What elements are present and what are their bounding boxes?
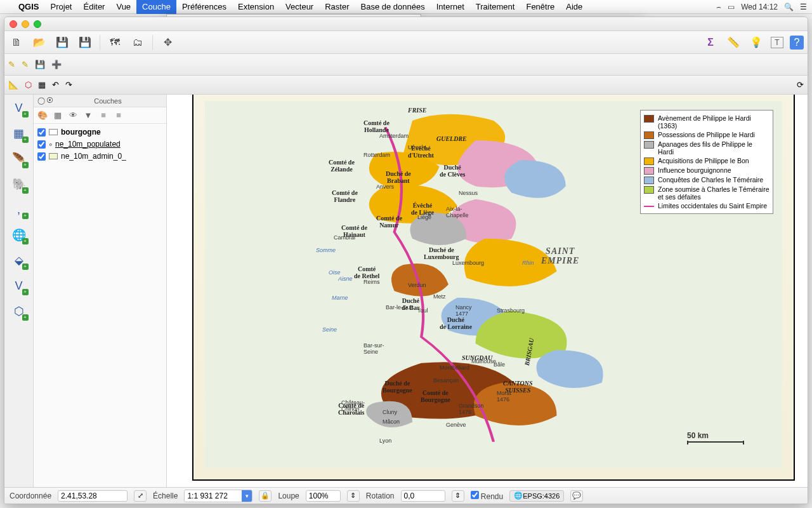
add-postgis-icon[interactable]: 🐘+ <box>10 175 29 194</box>
map-city-label: Besançon <box>433 377 459 384</box>
loupe-stepper-icon[interactable]: ⇕ <box>347 490 360 502</box>
layers-panel-header: ◯⦿ Couches <box>34 95 166 107</box>
map-canvas[interactable]: Avènement de Philippe le Hardi (1363)Pos… <box>167 95 808 487</box>
layer-name: ne_10m_admin_0_ <box>61 152 126 161</box>
layer-name: bourgogne <box>61 128 101 137</box>
window-titlebar <box>4 17 808 31</box>
loupe-label: Loupe <box>278 491 299 500</box>
help-icon[interactable]: ? <box>790 36 804 50</box>
scale-lock-icon[interactable]: 🔒 <box>259 490 272 502</box>
legend-row: Influence bourguignonne <box>644 166 769 175</box>
redo-icon[interactable]: ↷ <box>65 80 72 90</box>
menubar-item-aide[interactable]: Aide <box>560 0 588 14</box>
pan-icon[interactable]: ✥ <box>159 34 176 51</box>
menu-extras-icon[interactable]: ☰ <box>800 3 807 11</box>
menubar-item-extension[interactable]: Extension <box>232 0 280 14</box>
ruler-icon[interactable]: 📐 <box>8 80 18 90</box>
wifi-icon[interactable]: ⌢ <box>716 3 721 11</box>
layer-save-icon[interactable]: 💾 <box>35 60 45 69</box>
refresh-icon[interactable]: ⟳ <box>797 80 804 90</box>
add-wfs-icon[interactable]: ⬙+ <box>10 251 29 270</box>
snap-icon[interactable]: ⬡ <box>25 80 32 90</box>
new-layout-icon[interactable]: 🗺 <box>107 34 123 51</box>
tips-icon[interactable]: 💡 <box>748 34 764 51</box>
layers-panel: ◯⦿ Couches 🎨 ▦ 👁 ▼ ≡ ≡ bourgogne◦ne_10m_… <box>34 95 167 487</box>
panel-close-icon[interactable]: ⦿ <box>46 97 53 105</box>
menubar-item-projet[interactable]: Projet <box>45 0 78 14</box>
sigma-icon[interactable]: Σ <box>702 34 719 51</box>
add-delimited-icon[interactable]: ,+ <box>10 200 29 219</box>
map-city-label: Mâcon <box>383 418 400 425</box>
menubar-item-couche[interactable]: Couche <box>136 0 176 14</box>
scale-combo[interactable]: ▾ <box>184 490 252 502</box>
menubar-item-fenêtre[interactable]: Fenêtre <box>520 0 560 14</box>
crs-button[interactable]: 🌐 EPSG:4326 <box>509 490 564 502</box>
add-mesh-icon[interactable]: ⬡+ <box>10 302 29 321</box>
add-vector-layer-icon[interactable]: V+ <box>10 98 29 117</box>
menubar-item-préférences[interactable]: Préférences <box>176 0 232 14</box>
text-annotation-icon[interactable]: T <box>771 37 783 48</box>
menubar-item-éditer[interactable]: Éditer <box>77 0 110 14</box>
coord-toggle-icon[interactable]: ⤢ <box>134 490 147 502</box>
layer-visibility-checkbox[interactable] <box>37 152 46 161</box>
layer-row[interactable]: bourgogne <box>34 126 166 138</box>
spotlight-icon[interactable]: 🔍 <box>784 3 794 11</box>
topo-icon[interactable]: ▦ <box>38 80 46 90</box>
measure-icon[interactable]: 📏 <box>725 34 742 51</box>
add-raster-layer-icon[interactable]: ▦+ <box>10 124 29 143</box>
add-spatialite-icon[interactable]: 🪶+ <box>10 149 29 168</box>
loupe-input[interactable] <box>306 490 341 502</box>
add-group-icon[interactable]: ▦ <box>51 109 64 122</box>
layer-row[interactable]: ne_10m_admin_0_ <box>34 150 166 162</box>
visibility-preset-icon[interactable]: 👁 <box>67 109 79 122</box>
add-virtual-icon[interactable]: V+ <box>10 276 29 295</box>
scale-input[interactable] <box>185 491 242 501</box>
coord-input[interactable] <box>58 490 128 502</box>
legend-row: Limites occidentales du Saint Empire <box>644 202 769 210</box>
style-preset-icon[interactable]: 🎨 <box>36 109 49 122</box>
collapse-all-icon[interactable]: ≡ <box>112 109 125 122</box>
map-legend: Avènement de Philippe le Hardi (1363)Pos… <box>640 110 773 214</box>
edit-save-icon[interactable]: ✎ <box>22 60 29 69</box>
filter-legend-icon[interactable]: ▼ <box>82 109 95 122</box>
add-feature-icon[interactable]: ➕ <box>51 60 62 69</box>
add-wms-icon[interactable]: 🌐+ <box>10 225 29 244</box>
open-project-icon[interactable]: 📂 <box>31 34 48 51</box>
clock[interactable]: Wed 14:12 <box>741 3 778 11</box>
map-region-label: Comté deFlandre <box>332 190 358 203</box>
messages-icon[interactable]: 💬 <box>570 490 583 502</box>
expand-all-icon[interactable]: ≡ <box>97 109 110 122</box>
window-zoom-button[interactable] <box>34 20 41 28</box>
layer-visibility-checkbox[interactable] <box>37 140 46 149</box>
layer-list: bourgogne◦ne_10m_populatedne_10m_admin_0… <box>34 124 166 164</box>
map-city-label: Metz <box>433 293 446 300</box>
window-minimize-button[interactable] <box>22 20 29 28</box>
layout-manager-icon[interactable]: 🗂 <box>129 34 146 51</box>
scale-dropdown-icon[interactable]: ▾ <box>242 490 252 502</box>
layer-visibility-checkbox[interactable] <box>37 128 46 137</box>
layer-row[interactable]: ◦ne_10m_populated <box>34 138 166 150</box>
menubar-item-vecteur[interactable]: Vecteur <box>280 0 319 14</box>
menubar-item-internet[interactable]: Internet <box>431 0 470 14</box>
menubar-item-base de données[interactable]: Base de données <box>355 0 431 14</box>
rotation-input[interactable] <box>401 490 445 502</box>
new-project-icon[interactable]: 🗎 <box>8 34 25 51</box>
window-close-button[interactable] <box>10 20 17 28</box>
edit-pencil-icon[interactable]: ✎ <box>8 60 15 69</box>
undo-icon[interactable]: ↶ <box>52 80 59 90</box>
menubar-item-raster[interactable]: Raster <box>319 0 355 14</box>
save-as-icon[interactable]: 💾 <box>77 34 93 51</box>
menubar-item-traitement[interactable]: Traitement <box>470 0 521 14</box>
save-project-icon[interactable]: 💾 <box>54 34 70 51</box>
menubar-item-vue[interactable]: Vue <box>110 0 136 14</box>
render-checkbox[interactable]: Rendu <box>471 491 504 501</box>
rotation-stepper-icon[interactable]: ⇕ <box>452 490 464 502</box>
toolbar-edit: ✎ ✎ 💾 ➕ <box>4 54 808 76</box>
battery-icon[interactable]: ▭ <box>728 3 735 11</box>
map-river-label: Oise <box>329 269 341 276</box>
app-name[interactable]: QGIS <box>13 2 45 11</box>
layers-panel-tools: 🎨 ▦ 👁 ▼ ≡ ≡ <box>34 107 166 124</box>
map-region-label: Comté deZélande <box>329 159 355 173</box>
panel-dot-icon[interactable]: ◯ <box>37 97 45 105</box>
map-region-label: Duché deBourgogne <box>383 380 412 394</box>
